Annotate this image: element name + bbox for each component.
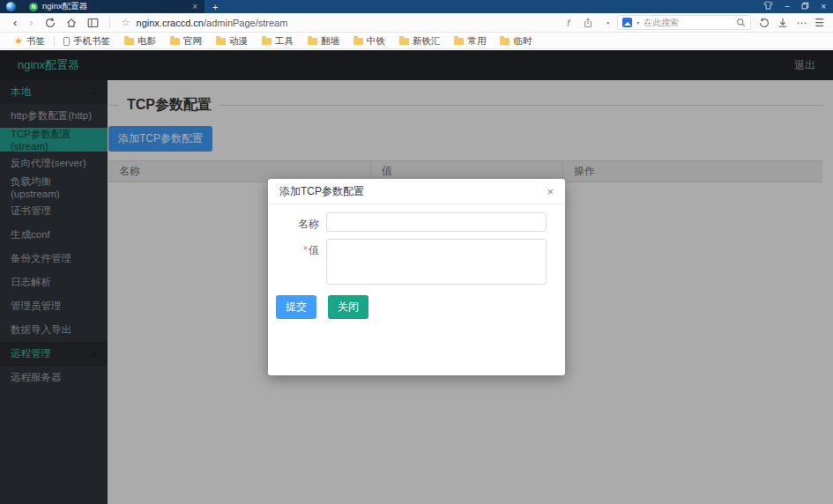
folder-icon bbox=[170, 38, 180, 45]
bookmark-item[interactable]: ★ 书签 bbox=[7, 35, 52, 48]
bookmark-folder[interactable]: 工具 bbox=[255, 35, 301, 48]
theme-skin-icon[interactable] bbox=[763, 0, 773, 13]
restore-tabs-icon[interactable] bbox=[759, 18, 770, 28]
close-button[interactable]: 关闭 bbox=[328, 295, 368, 319]
bookmark-folder[interactable]: 临时 bbox=[493, 35, 539, 48]
bookmark-label: 工具 bbox=[275, 35, 294, 48]
bookmark-folder[interactable]: 中铁 bbox=[346, 35, 392, 48]
form-row-name: 名称 bbox=[268, 212, 565, 232]
bookmark-folder[interactable]: 动漫 bbox=[209, 35, 255, 48]
search-box[interactable]: ▾ 在此搜索 bbox=[617, 15, 751, 30]
tab-title: nginx配置器 bbox=[42, 1, 188, 12]
name-field[interactable] bbox=[326, 212, 547, 232]
folder-icon bbox=[308, 38, 317, 45]
value-field[interactable] bbox=[326, 239, 547, 285]
folder-icon bbox=[454, 38, 464, 45]
bookmark-label: 翻墙 bbox=[321, 35, 339, 48]
bookmark-label: 动漫 bbox=[229, 35, 248, 48]
page-viewport: nginx配置器 退出 本地 ▲ http参数配置(http) TCP参数配置(… bbox=[0, 50, 833, 504]
search-input[interactable]: 在此搜索 bbox=[643, 17, 732, 29]
home-icon[interactable] bbox=[66, 18, 77, 28]
value-field-label: *值 bbox=[268, 239, 326, 285]
restore-button[interactable] bbox=[801, 0, 809, 13]
new-tab-button[interactable]: + bbox=[212, 0, 218, 13]
bookmark-folder[interactable]: 常用 bbox=[447, 35, 493, 48]
bookmark-star-icon[interactable]: ☆ bbox=[122, 17, 130, 28]
required-asterisk: * bbox=[303, 244, 308, 256]
site-favicon-icon: N bbox=[29, 3, 38, 11]
bookmark-label: 手机书签 bbox=[73, 35, 110, 48]
address-bar[interactable]: nginx.craccd.cn/adminPage/stream bbox=[137, 18, 288, 28]
screen: N nginx配置器 × + − × ‹ › ☆ ngin bbox=[0, 0, 833, 504]
bookmark-label: 中铁 bbox=[367, 35, 385, 48]
bookmark-label: 官网 bbox=[183, 35, 202, 48]
url-domain: nginx.craccd.cn bbox=[137, 18, 204, 28]
bookmarks-separator bbox=[54, 36, 55, 47]
bookmark-label: 新铁汇 bbox=[413, 35, 441, 48]
bookmarks-bar: ★ 书签 手机书签 电影 官网 动漫 工具 翻墙 中铁 新铁汇 常用 临时 bbox=[0, 33, 833, 49]
minimize-button[interactable]: − bbox=[785, 0, 790, 13]
folder-icon bbox=[399, 38, 409, 45]
modal-footer: 提交 关闭 bbox=[268, 295, 565, 319]
folder-icon bbox=[353, 38, 363, 45]
modal-header: 添加TCP参数配置 × bbox=[268, 179, 565, 204]
search-icon[interactable] bbox=[736, 18, 746, 27]
bookmark-folder[interactable]: 官网 bbox=[163, 35, 209, 48]
modal-title: 添加TCP参数配置 bbox=[279, 184, 364, 199]
flash-plugin-icon[interactable]: f bbox=[567, 18, 569, 28]
form-row-value: *值 bbox=[268, 239, 565, 285]
bookmark-folder[interactable]: 电影 bbox=[117, 35, 163, 48]
engine-caret-icon[interactable]: ▾ bbox=[636, 19, 639, 26]
add-tcp-config-modal: 添加TCP参数配置 × 名称 *值 提交 关闭 bbox=[268, 179, 565, 375]
bookmark-label: 常用 bbox=[467, 35, 486, 48]
bookmark-folder[interactable]: 翻墙 bbox=[301, 35, 346, 48]
name-field-label: 名称 bbox=[268, 212, 326, 232]
window-close-button[interactable]: × bbox=[821, 0, 826, 13]
close-icon[interactable]: × bbox=[547, 185, 554, 198]
browser-logo-icon[interactable] bbox=[6, 2, 16, 11]
bookmark-item[interactable]: 手机书签 bbox=[56, 35, 117, 48]
forward-icon[interactable]: › bbox=[29, 14, 33, 32]
extensions-caret-icon[interactable]: ▾ bbox=[606, 19, 609, 26]
submit-button[interactable]: 提交 bbox=[276, 295, 316, 319]
folder-icon bbox=[216, 38, 226, 45]
modal-body: 名称 *值 提交 关闭 bbox=[268, 204, 565, 319]
bookmark-label: 电影 bbox=[138, 35, 156, 48]
url-path: /adminPage/stream bbox=[204, 18, 287, 28]
search-engine-icon[interactable] bbox=[622, 18, 632, 27]
bookmark-label: 临时 bbox=[513, 35, 532, 48]
more-options-icon[interactable]: ⋯ bbox=[796, 17, 807, 29]
back-icon[interactable]: ‹ bbox=[13, 14, 17, 32]
bookmark-label: 书签 bbox=[26, 35, 45, 48]
toolbar-separator bbox=[109, 17, 110, 28]
folder-icon bbox=[500, 38, 509, 45]
browser-toolbar: ‹ › ☆ nginx.craccd.cn/adminPage/stream f… bbox=[0, 13, 833, 33]
folder-icon bbox=[124, 38, 134, 45]
phone-icon bbox=[63, 37, 70, 46]
tab-close-icon[interactable]: × bbox=[192, 0, 197, 13]
library-sidebar-icon[interactable] bbox=[87, 18, 99, 28]
bookmark-folder[interactable]: 新铁汇 bbox=[392, 35, 448, 48]
browser-tab[interactable]: N nginx配置器 × bbox=[24, 0, 203, 13]
share-icon[interactable] bbox=[583, 18, 593, 28]
reload-icon[interactable] bbox=[45, 18, 56, 28]
download-icon[interactable] bbox=[777, 18, 788, 28]
browser-titlebar: N nginx配置器 × + − × bbox=[0, 0, 833, 13]
star-icon: ★ bbox=[14, 35, 23, 47]
folder-icon bbox=[262, 38, 271, 45]
menu-icon[interactable]: ☰ bbox=[814, 17, 824, 29]
